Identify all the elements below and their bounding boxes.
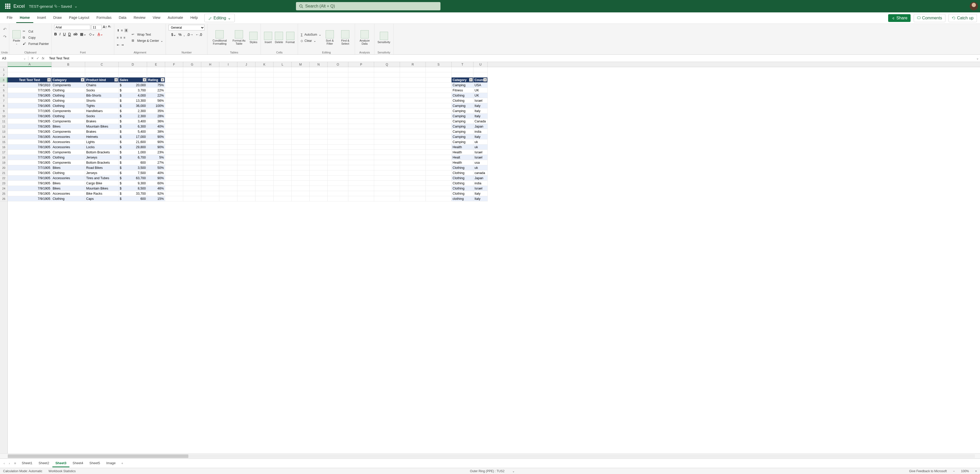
cell[interactable]: [237, 176, 255, 181]
cell[interactable]: [400, 165, 426, 171]
cell[interactable]: [220, 103, 237, 109]
cell[interactable]: [274, 176, 291, 181]
cell[interactable]: [452, 67, 474, 72]
cell[interactable]: [274, 171, 291, 176]
cell[interactable]: UK: [474, 88, 488, 93]
cell[interactable]: [274, 93, 291, 98]
cell[interactable]: [426, 119, 452, 124]
row-header[interactable]: 4: [0, 83, 8, 88]
cell[interactable]: [426, 113, 452, 119]
cell[interactable]: [165, 160, 183, 165]
cell[interactable]: [348, 186, 374, 191]
row-header[interactable]: 20: [0, 165, 8, 171]
cell[interactable]: [183, 134, 201, 139]
cell[interactable]: [310, 72, 328, 77]
cell[interactable]: [255, 155, 274, 160]
align-right-icon[interactable]: ≡: [124, 36, 126, 40]
cell[interactable]: $3,500: [119, 165, 147, 171]
column-header[interactable]: M: [291, 62, 310, 67]
row-header[interactable]: 15: [0, 139, 8, 145]
cell[interactable]: [310, 139, 328, 145]
cell[interactable]: [426, 196, 452, 201]
cell[interactable]: [328, 67, 348, 72]
cell[interactable]: [183, 129, 201, 134]
italic-button[interactable]: I: [59, 32, 60, 37]
cell[interactable]: Camping: [452, 129, 474, 134]
cell[interactable]: [255, 186, 274, 191]
cell[interactable]: [374, 124, 400, 129]
editing-mode-dropdown[interactable]: Editing ⌄: [204, 14, 235, 22]
cell[interactable]: [237, 191, 255, 196]
cell[interactable]: [400, 181, 426, 186]
align-left-icon[interactable]: ≡: [117, 36, 119, 40]
cell[interactable]: [426, 98, 452, 103]
cell[interactable]: [255, 88, 274, 93]
cell[interactable]: india: [474, 181, 488, 186]
cell[interactable]: [220, 191, 237, 196]
fill-color-button[interactable]: ◇⌄: [89, 32, 95, 37]
cell[interactable]: [426, 155, 452, 160]
cell[interactable]: 7/7/1905: [8, 88, 52, 93]
cell[interactable]: 60%: [147, 181, 165, 186]
cell[interactable]: [237, 109, 255, 113]
cell[interactable]: [201, 191, 220, 196]
cell[interactable]: [165, 93, 183, 98]
row-header[interactable]: 22: [0, 176, 8, 181]
cell[interactable]: [220, 139, 237, 145]
cell[interactable]: Israel: [474, 155, 488, 160]
cell[interactable]: [310, 160, 328, 165]
cell[interactable]: [328, 119, 348, 124]
formula-input[interactable]: Test Test Test: [47, 56, 975, 60]
cell[interactable]: [400, 186, 426, 191]
cells-area[interactable]: Test Test Test▾Category▾Product kind▾Sal…: [8, 67, 980, 453]
cell[interactable]: [255, 171, 274, 176]
cell[interactable]: [291, 88, 310, 93]
cell[interactable]: [291, 124, 310, 129]
cell[interactable]: [348, 160, 374, 165]
cell[interactable]: Accessories: [52, 134, 85, 139]
cell[interactable]: Camping: [452, 134, 474, 139]
cell[interactable]: [165, 191, 183, 196]
cell[interactable]: [348, 109, 374, 113]
cell[interactable]: [255, 98, 274, 103]
cell[interactable]: [374, 155, 400, 160]
cell[interactable]: [201, 155, 220, 160]
row-header[interactable]: 21: [0, 171, 8, 176]
cell[interactable]: [165, 124, 183, 129]
expand-formula-bar-icon[interactable]: ⌄: [975, 56, 980, 60]
cell[interactable]: Clothing: [52, 88, 85, 93]
sheet-nav-next-icon[interactable]: ›: [7, 461, 11, 465]
cell[interactable]: [274, 113, 291, 119]
sheet-nav-prev-icon[interactable]: ‹: [2, 461, 6, 465]
cell[interactable]: Components: [52, 109, 85, 113]
cell[interactable]: [400, 124, 426, 129]
cell[interactable]: [426, 171, 452, 176]
cell[interactable]: Rating▾: [147, 77, 165, 83]
cell[interactable]: 27%: [147, 160, 165, 165]
cell[interactable]: [237, 134, 255, 139]
cell[interactable]: Camping: [452, 103, 474, 109]
ribbon-tab-file[interactable]: File: [3, 13, 16, 23]
cell[interactable]: [201, 83, 220, 88]
cell[interactable]: [183, 88, 201, 93]
cell[interactable]: [348, 196, 374, 201]
cell[interactable]: Tights: [85, 103, 119, 109]
align-middle-icon[interactable]: ≡: [121, 29, 123, 32]
row-header[interactable]: 8: [0, 103, 8, 109]
cell[interactable]: [328, 88, 348, 93]
sheet-tab[interactable]: Sheet3: [52, 460, 70, 467]
borders-button[interactable]: ▦⌄: [80, 32, 86, 37]
cell[interactable]: [220, 83, 237, 88]
cell[interactable]: [400, 191, 426, 196]
cell[interactable]: Clothing: [52, 196, 85, 201]
cell[interactable]: 28%: [147, 113, 165, 119]
cell[interactable]: [255, 77, 274, 83]
cell[interactable]: [255, 109, 274, 113]
sheet-tab[interactable]: Image: [103, 460, 119, 467]
cell[interactable]: [220, 77, 237, 83]
cell[interactable]: [328, 83, 348, 88]
cell[interactable]: Italy: [474, 134, 488, 139]
filter-dropdown-icon[interactable]: ▾: [469, 78, 473, 81]
cell[interactable]: 7/8/1905: [8, 145, 52, 150]
cell[interactable]: [310, 171, 328, 176]
